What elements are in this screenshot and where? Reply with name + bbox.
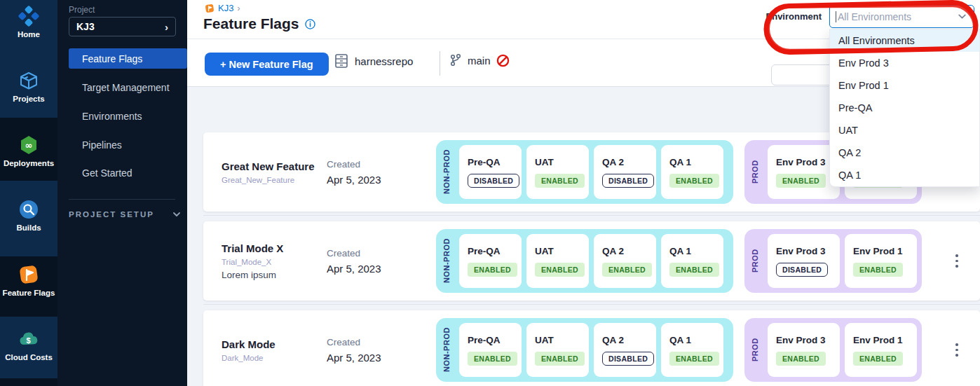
project-name: KJ3 (76, 21, 95, 32)
env-card[interactable]: QA 2 DISABLED (594, 323, 656, 377)
env-name: Env Prod 3 (776, 157, 831, 167)
project-selector[interactable]: KJ3 › (69, 17, 176, 36)
flag-created: Created Apr 5, 2023 (327, 221, 381, 301)
env-card[interactable]: UAT ENABLED (526, 234, 589, 288)
environment-select[interactable]: All Environments (829, 5, 974, 28)
status-badge[interactable]: ENABLED (853, 263, 903, 277)
env-name: UAT (535, 157, 580, 167)
sidebar-item-feature-flags[interactable]: Feature Flags (0, 264, 57, 298)
builds-icon (18, 199, 39, 220)
environment-option[interactable]: UAT (830, 119, 979, 142)
module-rail: Home Projects ∞ Deployments Builds (0, 0, 57, 386)
env-card[interactable]: Env Prod 3 ENABLED (768, 323, 840, 377)
feature-flags-icon (18, 264, 39, 285)
chevron-right-icon: › (165, 21, 168, 33)
env-name: QA 1 (669, 335, 715, 345)
sidebar-item-get-started[interactable]: Get Started (69, 163, 187, 183)
status-badge[interactable]: ENABLED (669, 352, 719, 366)
flag-name[interactable]: Dark Mode (222, 338, 323, 350)
status-badge[interactable]: ENABLED (535, 174, 585, 188)
status-badge[interactable]: ENABLED (669, 263, 719, 277)
branch-selector[interactable]: main (449, 53, 510, 67)
prohibited-icon (496, 54, 510, 67)
status-badge[interactable]: ENABLED (853, 352, 903, 366)
environment-option[interactable]: All Environments (830, 29, 979, 52)
env-card[interactable]: Env Prod 1 ENABLED (845, 234, 917, 288)
rail-label: Projects (0, 95, 57, 104)
repo-selector[interactable]: harnessrepo (334, 53, 413, 69)
divider (203, 215, 980, 216)
environment-option[interactable]: Env Prod 1 (830, 74, 979, 97)
env-name: Env Prod 1 (853, 246, 908, 256)
status-badge[interactable]: DISABLED (776, 263, 828, 277)
env-name: UAT (535, 335, 580, 345)
breadcrumb-project-link[interactable]: KJ3 (218, 3, 233, 13)
env-card[interactable]: Pre-QA ENABLED (459, 234, 522, 288)
env-card[interactable]: QA 1 ENABLED (661, 323, 723, 377)
breadcrumb: KJ3 › (205, 3, 240, 13)
flag-name[interactable]: Trial Mode X (222, 242, 323, 254)
env-name: Pre-QA (468, 246, 513, 256)
svg-text:$: $ (26, 336, 30, 345)
sidebar-item-cloud-costs[interactable]: $ Cloud Costs (0, 329, 57, 362)
status-badge[interactable]: DISABLED (602, 352, 654, 366)
env-card[interactable]: UAT ENABLED (526, 323, 589, 377)
sidebar-item-feature-flags-page[interactable]: Feature Flags (69, 48, 187, 69)
chevron-down-icon (172, 210, 181, 219)
svg-text:∞: ∞ (25, 140, 33, 151)
env-name: QA 1 (669, 246, 715, 256)
sidebar-item-builds[interactable]: Builds (0, 199, 57, 233)
status-badge[interactable]: ENABLED (669, 174, 719, 188)
status-badge[interactable]: ENABLED (468, 263, 517, 277)
rail-label: Feature Flags (0, 289, 57, 298)
status-badge[interactable]: ENABLED (776, 174, 826, 188)
row-menu-button[interactable] (946, 221, 967, 301)
row-menu-button[interactable] (946, 310, 967, 386)
status-badge[interactable]: ENABLED (535, 352, 585, 366)
env-card[interactable]: Env Prod 1 ENABLED (845, 323, 917, 377)
non-prod-group: NON-PROD Pre-QA ENABLED UAT ENABLED QA 2… (436, 318, 733, 382)
status-badge[interactable]: DISABLED (468, 174, 519, 188)
repository-icon (334, 53, 348, 69)
env-card[interactable]: QA 1 ENABLED (661, 234, 723, 288)
created-date: Apr 5, 2023 (327, 352, 381, 364)
info-icon[interactable] (305, 19, 315, 29)
env-card[interactable]: Env Prod 3 DISABLED (768, 234, 840, 288)
status-badge[interactable]: ENABLED (776, 352, 826, 366)
environment-option[interactable]: Pre-QA (830, 97, 979, 119)
environment-option[interactable]: QA 2 (830, 142, 979, 164)
env-card[interactable]: Pre-QA DISABLED (459, 145, 522, 199)
sidebar-item-environments[interactable]: Environments (69, 106, 187, 126)
flag-created: Created Apr 5, 2023 (327, 132, 381, 212)
project-label: Project (69, 5, 95, 15)
nav-item-label: Target Management (82, 82, 170, 93)
sidebar-item-pipelines[interactable]: Pipelines (69, 135, 187, 155)
environment-option[interactable]: QA 1 (830, 164, 979, 186)
project-setup-toggle[interactable]: PROJECT SETUP (69, 210, 181, 219)
status-badge[interactable]: ENABLED (535, 263, 585, 277)
env-name: QA 1 (669, 157, 715, 167)
environment-filter-label: Environment (764, 11, 822, 22)
env-card[interactable]: QA 2 DISABLED (594, 145, 656, 199)
status-badge[interactable]: DISABLED (602, 174, 654, 188)
status-badge[interactable]: ENABLED (602, 263, 652, 277)
sidebar-item-projects[interactable]: Projects (0, 70, 57, 104)
app-window: Home Projects ∞ Deployments Builds (0, 0, 980, 386)
rail-label: Builds (0, 223, 57, 233)
sidebar-item-target-management[interactable]: Target Management (69, 77, 187, 97)
env-card[interactable]: Pre-QA ENABLED (459, 323, 522, 377)
sidebar-item-home[interactable]: Home (0, 6, 57, 39)
sidebar-item-deployments[interactable]: ∞ Deployments (0, 135, 57, 168)
env-card[interactable]: QA 2 ENABLED (594, 234, 656, 288)
flag-description: Lorem ipsum (222, 270, 323, 280)
page-title: Feature Flags (203, 15, 299, 32)
branch-name: main (468, 55, 491, 67)
new-feature-flag-button[interactable]: + New Feature Flag (205, 53, 329, 76)
env-card[interactable]: QA 1 ENABLED (661, 145, 723, 199)
status-badge[interactable]: ENABLED (468, 352, 517, 366)
environment-option[interactable]: Env Prod 3 (830, 52, 979, 74)
flag-info: Dark Mode Dark_Mode (222, 310, 323, 386)
env-card[interactable]: UAT ENABLED (526, 145, 589, 199)
flag-name[interactable]: Great New Feature (222, 160, 323, 172)
created-label: Created (327, 337, 381, 347)
